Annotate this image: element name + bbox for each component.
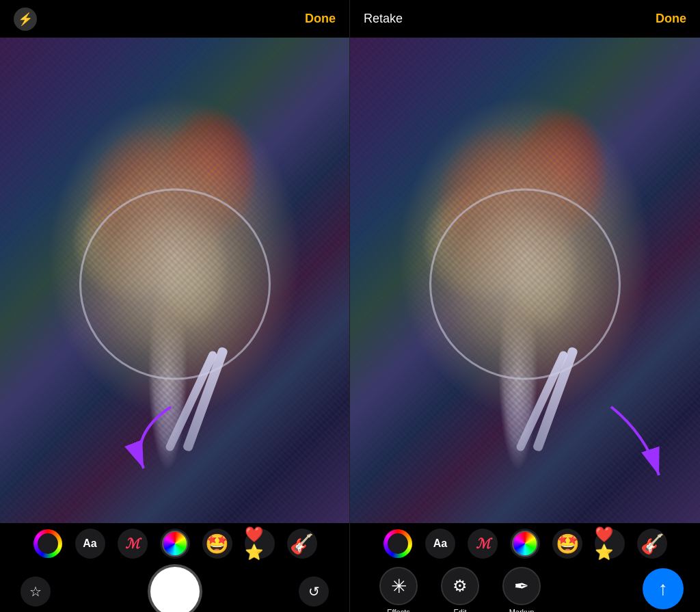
send-icon: ↑: [658, 578, 668, 600]
right-color-wheel: [512, 531, 538, 557]
effects-label: Effects: [387, 608, 409, 612]
left-ink-icon[interactable]: ℳ: [118, 529, 148, 559]
right-colors-dot: [383, 529, 412, 558]
left-action-row: ☆ ↺: [0, 567, 349, 612]
left-colors-icon[interactable]: [33, 529, 63, 559]
shutter-button[interactable]: [150, 567, 200, 612]
right-action-row: ✳ Effects ⚙ Edit ✒ Markup: [361, 567, 643, 612]
markup-label: Markup: [509, 608, 535, 612]
left-star-button[interactable]: ☆: [21, 576, 51, 607]
left-sticker2-icon[interactable]: ❤️⭐: [245, 529, 275, 559]
star-icon: ☆: [29, 583, 42, 600]
text-label: Aa: [83, 537, 96, 550]
right-sticker3-emoji: 🎸: [641, 533, 664, 555]
left-bottom-toolbar: Aa ℳ 🤩 ❤️⭐ 🎸 ☆: [0, 523, 349, 612]
left-food-image: [0, 38, 349, 523]
right-image-area: [350, 38, 700, 523]
right-ink-icon[interactable]: ℳ: [468, 529, 498, 559]
right-icon-row: Aa ℳ 🤩 ❤️⭐ 🎸: [383, 529, 667, 559]
right-colors-icon[interactable]: [383, 529, 413, 559]
right-text-label: Aa: [433, 537, 447, 550]
left-done-button[interactable]: Done: [305, 12, 336, 26]
rotate-icon: ↺: [308, 583, 320, 600]
effects-icon: ✳: [391, 575, 407, 598]
right-sticker1-emoji: 🤩: [556, 533, 580, 555]
right-plate: [429, 189, 621, 380]
sticker2-emoji: ❤️⭐: [245, 526, 275, 561]
left-sticker1-icon[interactable]: 🤩: [202, 529, 232, 559]
send-button[interactable]: ↑: [643, 568, 684, 609]
edit-icon: ⚙: [453, 576, 468, 596]
edit-icon-circle: ⚙: [441, 567, 479, 605]
sticker3-emoji: 🎸: [290, 533, 314, 555]
right-header: Retake Done: [350, 0, 700, 38]
edit-action[interactable]: ⚙ Edit: [429, 567, 491, 612]
right-sticker3-icon[interactable]: 🎸: [637, 529, 667, 559]
markup-icon-circle: ✒: [502, 567, 541, 605]
flash-icon: ⚡: [18, 12, 33, 27]
right-sticker1-icon[interactable]: 🤩: [552, 529, 582, 559]
effects-icon-circle: ✳: [379, 567, 418, 605]
right-bottom-toolbar: Aa ℳ 🤩 ❤️⭐ 🎸 ✳: [350, 523, 700, 612]
edit-label: Edit: [454, 608, 467, 612]
right-text-icon[interactable]: Aa: [425, 529, 455, 559]
retake-button[interactable]: Retake: [364, 12, 403, 26]
left-icon-row: Aa ℳ 🤩 ❤️⭐ 🎸: [33, 529, 317, 559]
left-rotate-button[interactable]: ↺: [299, 576, 329, 607]
right-wheel-icon[interactable]: [510, 529, 540, 559]
right-ink-label: ℳ: [476, 535, 490, 552]
right-done-button[interactable]: Done: [656, 12, 686, 26]
left-image-area: [0, 38, 349, 523]
plate: [79, 189, 271, 380]
left-wheel-icon[interactable]: [160, 529, 190, 559]
markup-action[interactable]: ✒ Markup: [491, 567, 552, 612]
flash-button[interactable]: ⚡: [14, 8, 37, 31]
right-sticker2-icon[interactable]: ❤️⭐: [595, 529, 625, 559]
ink-label: ℳ: [125, 535, 139, 552]
markup-icon: ✒: [514, 576, 529, 597]
left-header: ⚡ Done: [0, 0, 349, 38]
right-panel: Retake Done Aa: [350, 0, 700, 612]
color-wheel: [162, 531, 188, 557]
right-sticker2-emoji: ❤️⭐: [595, 526, 625, 561]
sticker1-emoji: 🤩: [205, 533, 229, 555]
effects-action[interactable]: ✳ Effects: [368, 567, 429, 612]
colors-dot: [33, 529, 62, 558]
right-food-image: [350, 38, 700, 523]
left-text-icon[interactable]: Aa: [75, 529, 105, 559]
left-sticker3-icon[interactable]: 🎸: [287, 529, 317, 559]
left-panel: ⚡ Done Aa: [0, 0, 350, 612]
shutter-inner: [154, 570, 196, 612]
